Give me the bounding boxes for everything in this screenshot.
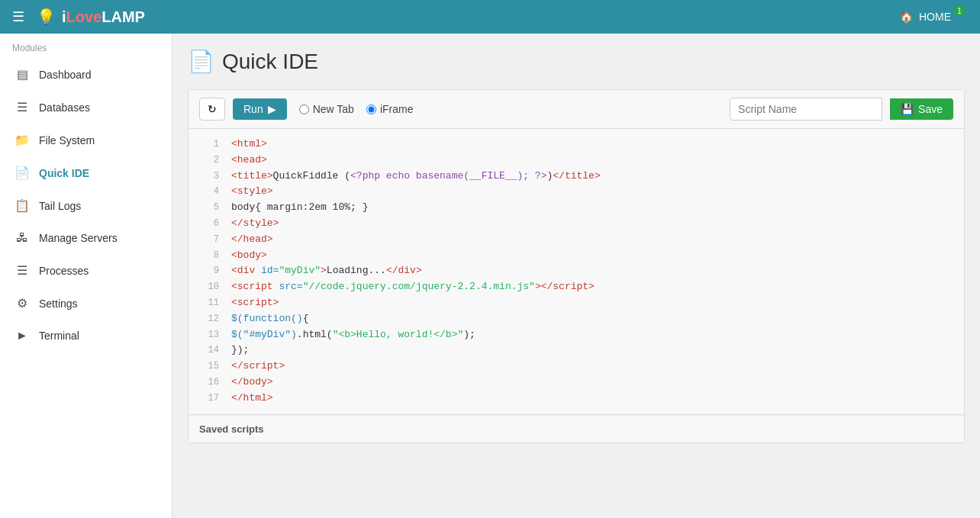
sidebar-item-settings[interactable]: ⚙ Settings: [0, 287, 172, 320]
line-number: 2: [196, 153, 219, 168]
line-number: 7: [196, 233, 219, 247]
new-tab-label: New Tab: [313, 103, 354, 115]
sidebar-section-label: Modules: [0, 34, 172, 58]
line-number: 12: [196, 312, 219, 327]
save-label: Save: [918, 103, 943, 115]
code-content: <head>: [231, 153, 267, 169]
sidebar-item-label: Settings: [39, 298, 78, 310]
code-content: </script>: [231, 359, 285, 375]
code-line: 16 </body>: [189, 375, 964, 391]
sidebar-item-databases[interactable]: ☰ Databases: [0, 91, 172, 124]
new-tab-radio[interactable]: [299, 105, 309, 114]
code-line: 3<title>QuickFiddle (<?php echo basename…: [189, 169, 964, 185]
line-number: 14: [196, 343, 219, 358]
sidebar-item-processes[interactable]: ☰ Processes: [0, 254, 172, 287]
code-editor[interactable]: 1<html>2<head>3<title>QuickFiddle (<?php…: [189, 129, 964, 415]
home-badge: 1: [954, 5, 965, 16]
brand-logo: 💡 iLoveLAMP: [37, 8, 145, 26]
sidebar-item-manageservers[interactable]: 🖧 Manage Servers: [0, 222, 172, 254]
code-line: 13 $("#myDiv").html("<b>Hello, world!</b…: [189, 327, 964, 343]
script-name-input[interactable]: [730, 98, 882, 121]
run-icon: ▶: [268, 103, 276, 115]
code-content: <div id="myDiv">Loading...</div>: [231, 263, 422, 279]
sidebar-item-taillogs[interactable]: 📋 Tail Logs: [0, 189, 172, 222]
line-number: 15: [196, 359, 219, 374]
saved-scripts-label: Saved scripts: [199, 423, 264, 435]
sidebar-item-label: File System: [39, 134, 95, 146]
line-number: 5: [196, 201, 219, 215]
page-title: Quick IDE: [222, 50, 318, 74]
save-button[interactable]: 💾 Save: [890, 98, 953, 120]
code-content: body{ margin:2em 10%; }: [231, 200, 368, 216]
page-header: 📄 Quick IDE: [188, 49, 965, 74]
terminal-icon: ►: [15, 329, 30, 343]
dashboard-icon: ▤: [15, 67, 30, 82]
iframe-label: iFrame: [380, 103, 414, 115]
code-line: 5 body{ margin:2em 10%; }: [189, 200, 964, 216]
sidebar-item-label: Databases: [39, 101, 90, 114]
navbar-right: 🏠 HOME 1: [900, 11, 968, 23]
sidebar-item-terminal[interactable]: ► Terminal: [0, 320, 172, 352]
filesystem-icon: 📁: [15, 133, 30, 147]
sidebar-item-label: Processes: [39, 265, 89, 277]
taillogs-icon: 📋: [15, 198, 30, 213]
line-number: 9: [196, 264, 219, 278]
iframe-radio[interactable]: [366, 105, 376, 114]
sidebar-item-label: Manage Servers: [39, 232, 118, 244]
sidebar-item-quickide[interactable]: 📄 Quick IDE: [0, 156, 172, 189]
line-number: 8: [196, 249, 219, 263]
code-line: 6</style>: [189, 216, 964, 232]
code-line: 1<html>: [189, 137, 964, 153]
sidebar-item-label: Quick IDE: [39, 167, 89, 179]
ide-panel: ↻ Run ▶ New Tab iFrame: [188, 89, 965, 443]
output-mode-group: New Tab iFrame: [299, 103, 414, 115]
code-line: 15 </script>: [189, 359, 964, 375]
sidebar-item-label: Terminal: [39, 330, 79, 342]
hamburger-icon[interactable]: ☰: [12, 8, 24, 25]
code-line: 12 $(function(){: [189, 311, 964, 327]
page-header-icon: 📄: [188, 49, 214, 74]
sidebar-item-label: Tail Logs: [39, 200, 81, 212]
run-label: Run: [243, 103, 263, 115]
brand-lamp: LAMP: [102, 8, 145, 25]
home-label[interactable]: HOME: [919, 11, 951, 23]
line-number: 1: [196, 137, 219, 152]
line-number: 10: [196, 280, 219, 294]
manageservers-icon: 🖧: [15, 231, 30, 245]
run-button[interactable]: Run ▶: [233, 98, 287, 120]
brand-text: iLoveLAMP: [62, 8, 145, 26]
code-line: 7</head>: [189, 232, 964, 248]
code-line: 14 });: [189, 343, 964, 359]
databases-icon: ☰: [15, 100, 30, 114]
sidebar-item-filesystem[interactable]: 📁 File System: [0, 124, 172, 156]
content-area: 📄 Quick IDE ↻ Run ▶ New Tab: [172, 34, 980, 518]
ide-toolbar: ↻ Run ▶ New Tab iFrame: [189, 90, 964, 129]
refresh-button[interactable]: ↻: [199, 98, 225, 121]
code-content: <style>: [231, 184, 273, 200]
code-content: <script>: [231, 295, 279, 311]
line-number: 4: [196, 185, 219, 199]
home-icon: 🏠: [900, 11, 913, 23]
processes-icon: ☰: [15, 263, 30, 278]
settings-icon: ⚙: [15, 296, 30, 310]
code-content: $(function(){: [231, 311, 308, 327]
saved-scripts-bar: Saved scripts: [189, 415, 964, 442]
code-line: 8<body>: [189, 248, 964, 264]
navbar: ☰ 💡 iLoveLAMP 🏠 HOME 1: [0, 0, 980, 34]
brand-icon: 💡: [37, 8, 56, 26]
line-number: 16: [196, 375, 219, 390]
code-line: 10 <script src="//code.jquery.com/jquery…: [189, 279, 964, 295]
line-number: 6: [196, 217, 219, 231]
code-content: $("#myDiv").html("<b>Hello, world!</b>")…: [231, 327, 475, 343]
code-content: </head>: [231, 232, 273, 248]
main-layout: Modules ▤ Dashboard ☰ Databases 📁 File S…: [0, 34, 980, 518]
line-number: 17: [196, 391, 219, 406]
code-content: <html>: [231, 137, 267, 153]
iframe-option[interactable]: iFrame: [366, 103, 414, 115]
code-content: <body>: [231, 248, 267, 264]
line-number: 11: [196, 296, 219, 310]
code-line: 11 <script>: [189, 295, 964, 311]
line-number: 13: [196, 328, 219, 343]
sidebar-item-dashboard[interactable]: ▤ Dashboard: [0, 58, 172, 91]
new-tab-option[interactable]: New Tab: [299, 103, 354, 115]
